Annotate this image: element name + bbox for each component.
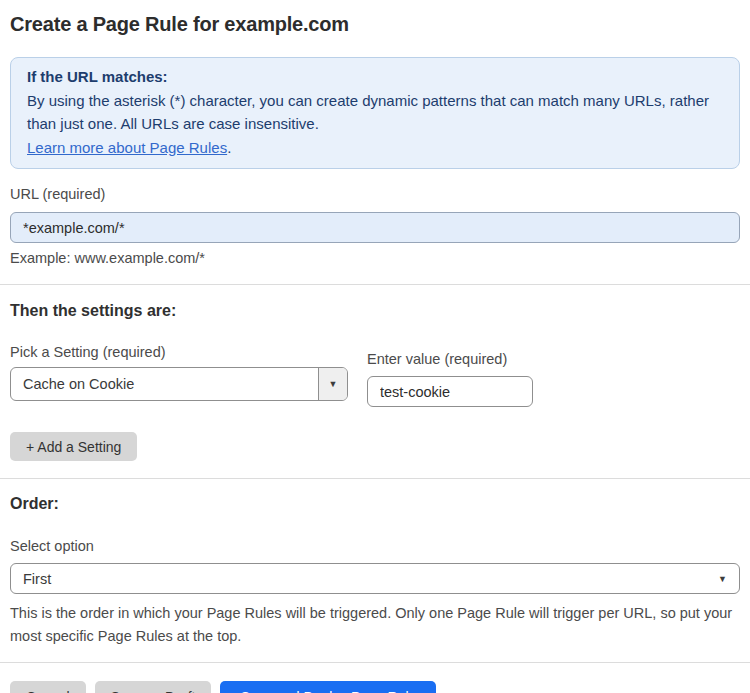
order-select-label: Select option: [10, 538, 740, 555]
url-example-helper: Example: www.example.com/*: [10, 250, 740, 267]
chevron-down-icon: ▼: [718, 574, 727, 584]
pick-setting-label: Pick a Setting (required): [10, 344, 348, 361]
url-match-info-box: If the URL matches: By using the asteris…: [10, 57, 740, 169]
link-suffix: .: [227, 139, 231, 156]
info-box-body: By using the asterisk (*) character, you…: [27, 89, 723, 136]
settings-row: Pick a Setting (required) Cache on Cooki…: [10, 344, 740, 407]
url-input[interactable]: [10, 212, 740, 243]
enter-value-column: Enter value (required): [367, 344, 533, 407]
page-title: Create a Page Rule for example.com: [10, 12, 740, 36]
order-select-value: First: [23, 571, 51, 587]
enter-value-label: Enter value (required): [367, 351, 533, 368]
save-and-deploy-button[interactable]: Save and Deploy Page Rule: [220, 681, 436, 693]
chevron-down-icon: ▼: [329, 379, 338, 389]
order-select-dropdown[interactable]: First ▼: [10, 563, 740, 594]
setting-select-value: Cache on Cookie: [11, 368, 318, 400]
order-section-heading: Order:: [10, 494, 740, 514]
url-field-label: URL (required): [10, 186, 740, 203]
setting-select-arrow-button[interactable]: ▼: [318, 368, 347, 400]
divider: [0, 284, 750, 285]
info-box-heading: If the URL matches:: [27, 65, 723, 89]
page-rule-form: Create a Page Rule for example.com If th…: [0, 0, 750, 693]
add-setting-button[interactable]: + Add a Setting: [10, 432, 137, 461]
order-helper-text: This is the order in which your Page Rul…: [10, 602, 740, 648]
setting-value-input[interactable]: [367, 376, 533, 407]
settings-section-heading: Then the settings are:: [10, 301, 740, 321]
pick-setting-column: Pick a Setting (required) Cache on Cooki…: [10, 344, 348, 407]
form-actions: Cancel Save as Draft Save and Deploy Pag…: [10, 681, 740, 693]
setting-select-dropdown[interactable]: Cache on Cookie ▼: [10, 367, 348, 401]
cancel-button[interactable]: Cancel: [10, 681, 86, 693]
info-box-link-line: Learn more about Page Rules.: [27, 136, 723, 160]
learn-more-link[interactable]: Learn more about Page Rules: [27, 139, 227, 156]
save-as-draft-button[interactable]: Save as Draft: [95, 681, 212, 693]
divider: [0, 478, 750, 479]
divider: [0, 662, 750, 663]
